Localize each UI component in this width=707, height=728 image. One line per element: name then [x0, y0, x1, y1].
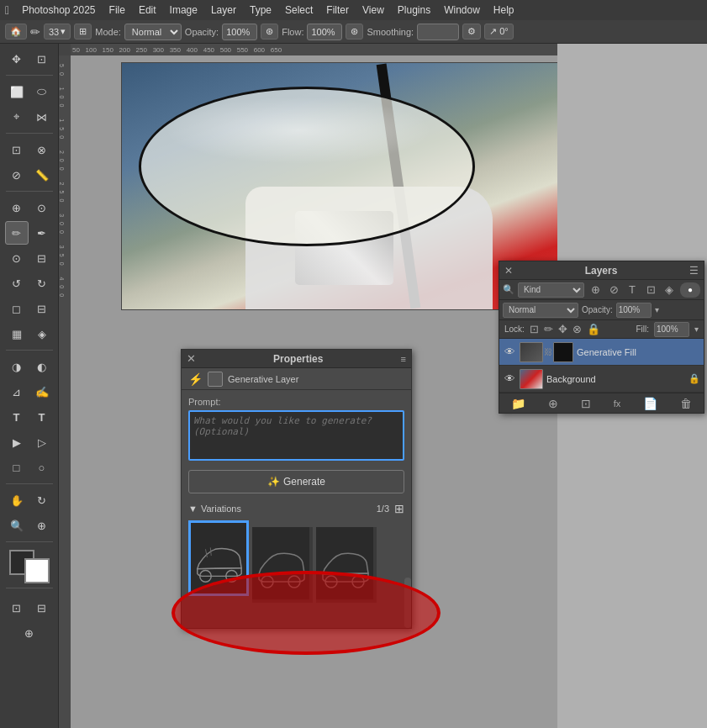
- new-layer-button[interactable]: 📄: [643, 397, 657, 410]
- layers-filter-select[interactable]: Kind: [518, 282, 584, 298]
- variations-grid-icon[interactable]: ⊞: [394, 502, 404, 515]
- menu-window[interactable]: Window: [438, 3, 486, 18]
- angle-btn[interactable]: ↗ 0°: [484, 24, 514, 40]
- tool-slice[interactable]: ⊗: [30, 138, 54, 161]
- prompt-input[interactable]: [188, 410, 404, 461]
- adjustment-layer-button[interactable]: ⊕: [548, 397, 558, 410]
- brush-tool-icon[interactable]: ✏: [30, 25, 40, 39]
- variations-collapse-icon[interactable]: ▼: [188, 504, 198, 514]
- tool-type[interactable]: T: [5, 405, 29, 429]
- delete-layer-button[interactable]: 🗑: [680, 397, 692, 410]
- background-color[interactable]: [24, 558, 50, 583]
- mode-select[interactable]: Normal Multiply Screen: [124, 24, 182, 40]
- opacity-input[interactable]: [222, 24, 257, 40]
- home-button[interactable]: 🏠: [5, 24, 27, 40]
- lock-paint-btn[interactable]: ✏: [544, 323, 553, 335]
- tool-ruler[interactable]: 📏: [30, 163, 54, 187]
- tool-gradient[interactable]: ▦: [5, 322, 29, 346]
- lock-all-btn[interactable]: 🔒: [587, 323, 600, 335]
- layer-row-generative-fill[interactable]: 👁 ⛓ Generative Fill: [499, 339, 704, 366]
- tool-lasso[interactable]: ⌖: [5, 105, 29, 129]
- tool-zoom[interactable]: 🔍: [5, 514, 29, 537]
- tool-screen-mode[interactable]: ⊟: [30, 596, 54, 620]
- opacity-dropdown-icon[interactable]: ▾: [655, 305, 659, 314]
- tool-eyedropper[interactable]: ⊘: [5, 163, 29, 187]
- tool-rotate-view[interactable]: ↻: [30, 488, 54, 512]
- tool-artboard[interactable]: ⊡: [30, 47, 54, 71]
- tool-type-vertical[interactable]: T: [30, 405, 54, 429]
- brush-preset-button[interactable]: ⊞: [74, 24, 92, 40]
- tool-extra[interactable]: ⊕: [30, 514, 54, 537]
- layer-row-background[interactable]: 👁 Background 🔒: [499, 366, 704, 393]
- variation-thumbnail-2[interactable]: [252, 527, 313, 603]
- tool-brush[interactable]: ✏: [5, 221, 29, 245]
- tool-freeform-pen[interactable]: ✍: [30, 380, 54, 404]
- fx-button[interactable]: fx: [614, 398, 621, 409]
- tool-marquee-rect[interactable]: ⬜: [5, 80, 29, 103]
- filter-icon-5[interactable]: ◈: [662, 282, 677, 298]
- tool-paint-bucket[interactable]: ◈: [30, 322, 54, 346]
- tool-direct-select[interactable]: ▷: [30, 430, 54, 454]
- brush-settings-button[interactable]: 33 ▾: [44, 24, 71, 40]
- tool-polygonal-lasso[interactable]: ⋈: [30, 105, 54, 129]
- lock-position-btn[interactable]: ✥: [558, 323, 567, 335]
- menu-edit[interactable]: Edit: [133, 3, 162, 18]
- tool-pattern-stamp[interactable]: ⊟: [30, 246, 54, 270]
- layer-visibility-generative[interactable]: 👁: [503, 346, 516, 358]
- tool-extra-2[interactable]: ⊕: [18, 621, 41, 645]
- tool-spot-heal[interactable]: ⊕: [5, 196, 29, 219]
- layer-visibility-background[interactable]: 👁: [503, 372, 516, 385]
- pressure-opacity-btn[interactable]: ⊛: [261, 24, 278, 40]
- filter-icon-3[interactable]: T: [625, 282, 640, 298]
- apple-menu[interactable]: : [5, 3, 9, 17]
- fill-input[interactable]: [654, 322, 689, 337]
- menu-type[interactable]: Type: [244, 3, 277, 18]
- tool-rect-shape[interactable]: □: [5, 456, 29, 479]
- properties-scrollbar[interactable]: [404, 578, 411, 628]
- filter-icon-1[interactable]: ⊕: [588, 282, 603, 298]
- tool-ellipse-shape[interactable]: ○: [30, 456, 54, 479]
- generate-button[interactable]: ✨ Generate: [188, 470, 404, 493]
- properties-expand-button[interactable]: ≡: [401, 354, 406, 364]
- menu-view[interactable]: View: [356, 3, 390, 18]
- main-photo[interactable]: [121, 62, 557, 310]
- properties-close-button[interactable]: ✕: [187, 352, 196, 365]
- mask-button[interactable]: ⊡: [581, 397, 591, 410]
- filter-toggle[interactable]: ●: [680, 282, 700, 298]
- filter-icon-2[interactable]: ⊘: [606, 282, 621, 298]
- menu-select[interactable]: Select: [279, 3, 319, 18]
- menu-filter[interactable]: Filter: [320, 3, 355, 18]
- smoothing-input[interactable]: [417, 24, 459, 40]
- tool-burn[interactable]: ◐: [30, 355, 54, 378]
- fill-dropdown-icon[interactable]: ▾: [694, 324, 699, 334]
- tool-path-select[interactable]: ▶: [5, 430, 29, 454]
- opacity-input[interactable]: [616, 303, 652, 318]
- menu-image[interactable]: Image: [164, 3, 203, 18]
- tool-pen[interactable]: ⊿: [5, 380, 29, 404]
- layers-panel-menu-icon[interactable]: ☰: [689, 265, 699, 277]
- tool-art-history[interactable]: ↻: [30, 272, 54, 295]
- menu-help[interactable]: Help: [488, 3, 520, 18]
- smoothing-settings-btn[interactable]: ⚙: [462, 24, 481, 40]
- variation-thumbnail-3[interactable]: [316, 527, 377, 603]
- blend-mode-select[interactable]: Normal: [503, 303, 578, 318]
- lock-artboard-btn[interactable]: ⊗: [572, 323, 582, 335]
- menu-layer[interactable]: Layer: [205, 3, 242, 18]
- menu-file[interactable]: File: [103, 3, 131, 18]
- tool-dodge[interactable]: ◑: [5, 355, 29, 378]
- new-group-button[interactable]: 📁: [511, 397, 525, 410]
- color-swatch-area[interactable]: [9, 550, 50, 583]
- tool-pencil[interactable]: ✒: [30, 221, 54, 245]
- tool-eraser[interactable]: ◻: [5, 297, 29, 320]
- tool-marquee-ellipse[interactable]: ⬭: [30, 80, 54, 103]
- tool-history-brush[interactable]: ↺: [5, 272, 29, 295]
- tool-hand[interactable]: ✋: [5, 488, 29, 512]
- filter-icon-4[interactable]: ⊡: [643, 282, 658, 298]
- variation-thumbnail-1[interactable]: [188, 520, 249, 596]
- menu-plugins[interactable]: Plugins: [392, 3, 436, 18]
- tool-edit-quick-mask[interactable]: ⊡: [5, 596, 29, 620]
- tool-move[interactable]: ✥: [5, 47, 29, 71]
- lock-transparent-btn[interactable]: ⊡: [530, 323, 539, 335]
- tool-clone-stamp[interactable]: ⊙: [5, 246, 29, 270]
- tool-bg-eraser[interactable]: ⊟: [30, 297, 54, 320]
